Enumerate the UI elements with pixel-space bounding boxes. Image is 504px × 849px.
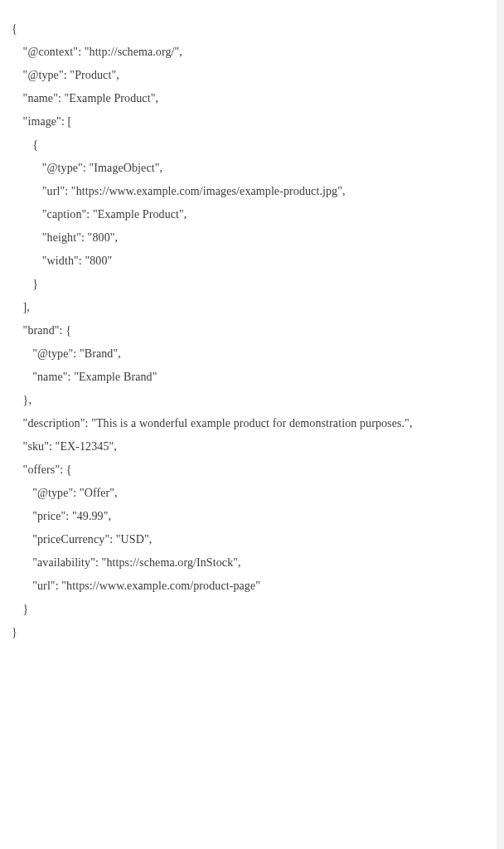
code-line: "name": "Example Product", — [12, 93, 483, 104]
code-line: "url": "https://www.example.com/product-… — [12, 580, 483, 592]
code-line: "@type": "ImageObject", — [12, 163, 483, 174]
code-line: "height": "800", — [12, 232, 483, 244]
code-line: "width": "800" — [12, 255, 483, 267]
code-line: } — [12, 279, 483, 290]
code-line: ], — [12, 302, 483, 313]
code-line: } — [12, 604, 483, 615]
code-line: "image": [ — [12, 116, 483, 128]
code-line: "availability": "https://schema.org/InSt… — [12, 557, 483, 569]
code-line: "@type": "Brand", — [12, 348, 483, 360]
code-line: "price": "49.99", — [12, 511, 483, 522]
code-line: { — [12, 139, 483, 151]
code-line: "priceCurrency": "USD", — [12, 534, 483, 546]
code-line: "offers": { — [12, 464, 483, 476]
code-line: "brand": { — [12, 325, 483, 337]
code-line: "url": "https://www.example.com/images/e… — [12, 186, 483, 197]
json-code-block: { "@context": "http://schema.org/", "@ty… — [0, 0, 504, 849]
code-line: "@type": "Product", — [12, 70, 483, 81]
code-line: "@context": "http://schema.org/", — [12, 46, 483, 58]
code-line: }, — [12, 395, 483, 406]
code-line: "caption": "Example Product", — [12, 209, 483, 221]
code-line: "name": "Example Brand" — [12, 371, 483, 383]
code-line: "@type": "Offer", — [12, 488, 483, 499]
code-line: "description": "This is a wonderful exam… — [12, 418, 483, 429]
code-line: { — [12, 23, 483, 35]
code-line: "sku": "EX-12345", — [12, 441, 483, 453]
code-line: } — [12, 627, 483, 638]
